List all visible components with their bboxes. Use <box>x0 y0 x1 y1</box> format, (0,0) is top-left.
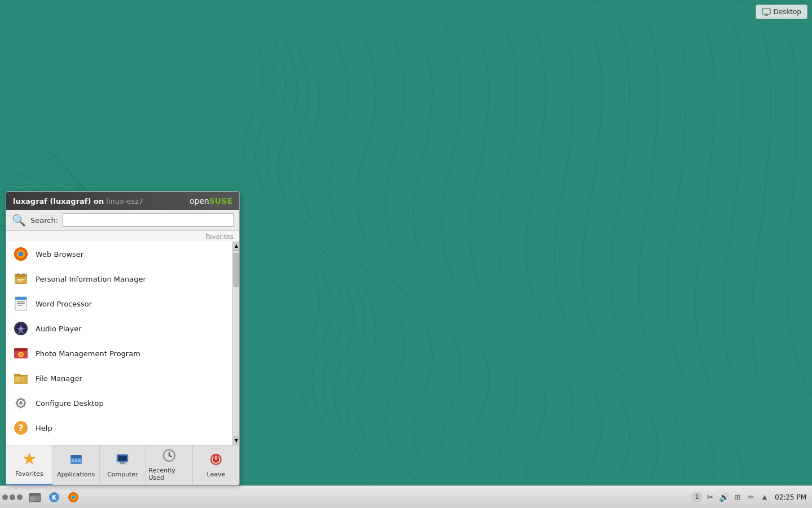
opensuse-logo: openSUSE <box>189 196 232 205</box>
svg-rect-47 <box>118 456 127 461</box>
menu-item-label-web-browser: Web Browser <box>36 250 83 259</box>
taskbar-left: K <box>0 489 83 505</box>
menu-item-icon-web-browser <box>12 245 30 263</box>
menu-item-icon-configure-desktop <box>12 394 30 412</box>
svg-rect-16 <box>17 305 23 306</box>
svg-rect-14 <box>17 301 25 303</box>
menu-item-icon-audio-player <box>12 319 30 338</box>
tray-pen-icon[interactable]: ✏ <box>745 492 757 503</box>
kmenu-tab-computer[interactable]: Computer <box>100 445 147 485</box>
kmenu-tab-label-applications: Applications <box>57 471 95 478</box>
tray-arrow-icon[interactable]: ▲ <box>759 492 770 503</box>
svg-rect-7 <box>15 274 27 277</box>
search-input[interactable] <box>63 213 233 227</box>
svg-rect-55 <box>30 497 34 498</box>
svg-text:K: K <box>52 494 57 501</box>
svg-rect-28 <box>21 380 25 382</box>
taskbar-dot-3[interactable] <box>17 494 23 500</box>
kmenu-scrollbar[interactable]: ▲▼ <box>232 242 239 445</box>
taskbar-app-icon-2: K <box>48 491 60 503</box>
svg-rect-41 <box>72 459 74 462</box>
desktop-icon <box>762 7 771 16</box>
desktop-button-label: Desktop <box>774 8 802 16</box>
menu-item-photo-management[interactable]: Photo Management Program <box>6 341 239 366</box>
scroll-thumb[interactable] <box>233 253 239 287</box>
menu-item-configure-desktop[interactable]: Configure Desktop <box>6 391 239 415</box>
svg-rect-56 <box>30 498 36 500</box>
kmenu-tab-recently-used[interactable]: Recently Used <box>146 445 193 485</box>
svg-rect-27 <box>21 377 25 379</box>
scroll-up-arrow[interactable]: ▲ <box>233 242 239 251</box>
kmenu-tab-label-favorites: Favorites <box>15 470 43 478</box>
tray-network-icon[interactable]: ✂ <box>705 492 716 503</box>
kmenu-popup: luxagraf (luxagraf) on linux-esz7 openSU… <box>6 191 240 485</box>
menu-item-label-pim: Personal Information Manager <box>36 275 146 283</box>
kmenu-tab-icon-computer <box>116 453 129 469</box>
kmenu-tab-icon-leave <box>209 453 223 469</box>
svg-rect-0 <box>762 8 770 14</box>
scroll-down-arrow[interactable]: ▼ <box>233 436 239 445</box>
menu-item-icon-pim <box>12 270 30 288</box>
svg-point-11 <box>23 273 25 275</box>
tray-clock: 02:25 PM <box>773 493 809 501</box>
svg-rect-54 <box>29 493 41 496</box>
kmenu-tab-label-recently-used: Recently Used <box>148 467 190 481</box>
search-label: Search: <box>30 216 58 225</box>
menu-item-label-help: Help <box>36 424 52 432</box>
menu-item-icon-word-processor <box>12 295 30 313</box>
taskbar-right: 1 ✂ 🔊 ⊞ ✏ ▲ 02:25 PM <box>688 492 812 503</box>
kmenu-tab-label-computer: Computer <box>107 471 138 478</box>
svg-rect-40 <box>70 455 82 458</box>
kmenu-tab-icon-applications <box>69 453 83 469</box>
taskbar-app-window-1[interactable] <box>27 489 43 505</box>
taskbar-dot-1[interactable] <box>2 494 8 500</box>
kmenu-body: Favorites Web BrowserPersonal Informatio… <box>6 231 239 445</box>
menu-item-audio-player[interactable]: Audio Player <box>6 316 239 341</box>
svg-rect-42 <box>75 459 77 462</box>
svg-rect-22 <box>14 348 28 351</box>
svg-rect-52 <box>215 456 217 460</box>
desktop-button[interactable]: Desktop <box>756 5 808 19</box>
svg-rect-8 <box>17 279 25 280</box>
kmenu-tab-label-leave: Leave <box>207 471 226 478</box>
menu-item-icon-help: ? <box>12 419 30 437</box>
svg-line-50 <box>169 456 171 457</box>
menu-item-label-word-processor: Word Processor <box>36 300 92 308</box>
kmenu-tab-favorites[interactable]: Favorites <box>6 445 53 485</box>
kmenu-tab-applications[interactable]: Applications <box>53 445 100 485</box>
tray-display-icon[interactable]: ⊞ <box>732 492 743 503</box>
menu-item-web-browser[interactable]: Web Browser <box>6 242 239 266</box>
tray-number[interactable]: 1 <box>691 492 703 503</box>
taskbar-firefox-icon[interactable] <box>65 489 81 505</box>
taskbar-firefox-svg <box>67 491 80 503</box>
menu-item-icon-photo-management <box>12 344 30 362</box>
menu-item-terminal[interactable]: $ _Terminal <box>6 440 239 445</box>
svg-point-20 <box>20 327 22 330</box>
taskbar-dot-2[interactable] <box>10 494 15 500</box>
kmenu-tabs: FavoritesApplicationsComputerRecently Us… <box>6 445 239 485</box>
svg-point-10 <box>17 273 19 275</box>
taskbar: K 1 ✂ 🔊 ⊞ ✏ ▲ 02:25 PM <box>0 485 812 508</box>
kmenu-user-info: luxagraf (luxagraf) on linux-esz7 <box>13 197 143 205</box>
favorites-section-label: Favorites <box>6 231 239 242</box>
svg-rect-15 <box>17 303 25 304</box>
svg-rect-13 <box>15 297 27 300</box>
menu-item-icon-file-manager <box>12 369 30 387</box>
menu-item-pim[interactable]: Personal Information Manager <box>6 266 239 291</box>
menu-item-label-configure-desktop: Configure Desktop <box>36 399 104 408</box>
menu-item-word-processor[interactable]: Word Processor <box>6 291 239 316</box>
menu-item-file-manager[interactable]: File Manager <box>6 366 239 391</box>
menu-item-help[interactable]: ?Help <box>6 415 239 440</box>
svg-text:?: ? <box>18 423 23 433</box>
kmenu-items-list: Web BrowserPersonal Information ManagerW… <box>6 242 239 445</box>
tray-volume-icon[interactable]: 🔊 <box>718 492 730 503</box>
svg-rect-46 <box>119 463 126 465</box>
menu-item-label-audio-player: Audio Player <box>36 325 82 333</box>
menu-item-label-photo-management: Photo Management Program <box>36 349 140 358</box>
kmenu-tab-icon-favorites <box>23 452 36 468</box>
taskbar-app-window-2[interactable]: K <box>46 489 62 505</box>
svg-rect-9 <box>17 281 23 282</box>
kmenu-tab-leave[interactable]: Leave <box>193 445 239 485</box>
taskbar-app-icon-1 <box>29 491 41 503</box>
kmenu-search-bar: 🔍 Search: <box>6 210 239 231</box>
